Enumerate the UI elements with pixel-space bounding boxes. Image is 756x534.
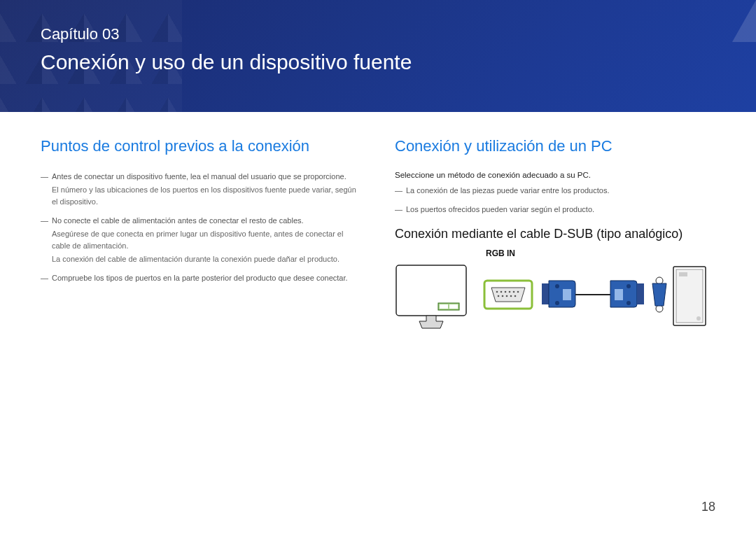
note-item: ― Los puertos ofrecidos pueden variar se…	[395, 204, 715, 216]
svg-point-17	[555, 284, 559, 288]
dash-icon: ―	[41, 215, 48, 227]
svg-rect-29	[679, 272, 687, 276]
pc-tower-icon	[673, 267, 706, 325]
pc-note-list: ― La conexión de las piezas puede variar…	[395, 185, 715, 216]
note-text: Compruebe los tipos de puertos en la par…	[52, 274, 348, 282]
chapter-header: Capítulo 03 Conexión y uso de un disposi…	[0, 0, 756, 112]
note-item: ― Antes de conectar un dispositivo fuent…	[41, 171, 361, 208]
section-heading-precheck: Puntos de control previos a la conexión	[41, 137, 361, 155]
section-heading-pc: Conexión y utilización de un PC	[395, 137, 715, 155]
svg-point-13	[506, 295, 508, 297]
dsub-diagram: RGB IN	[395, 248, 715, 341]
column-right: Conexión y utilización de un PC Seleccio…	[395, 137, 715, 341]
svg-point-15	[514, 295, 517, 297]
note-text: Los puertos ofrecidos pueden variar segú…	[406, 205, 594, 213]
dash-icon: ―	[41, 171, 48, 183]
note-subtext: Asegúrese de que conecta en primer lugar…	[52, 228, 361, 252]
intro-text: Seleccione un método de conexión adecuad…	[395, 171, 715, 179]
header-corner-fold	[732, 0, 756, 42]
svg-rect-3	[449, 304, 458, 309]
svg-rect-21	[637, 283, 644, 304]
port-label-rgb-in: RGB IN	[486, 248, 715, 258]
svg-point-7	[505, 291, 507, 293]
svg-point-18	[555, 301, 559, 305]
column-left: Puntos de control previos a la conexión …	[41, 137, 361, 341]
note-text: La conexión de las piezas puede variar e…	[406, 186, 609, 195]
precheck-note-list: ― Antes de conectar un dispositivo fuent…	[41, 171, 361, 284]
pc-dsub-port-icon	[652, 277, 666, 312]
svg-rect-19	[563, 289, 571, 300]
note-text: No conecte el cable de alimentación ante…	[52, 216, 304, 225]
dsub-port-icon	[484, 281, 532, 309]
svg-point-12	[502, 295, 504, 297]
vga-cable-icon	[542, 281, 644, 307]
dash-icon: ―	[395, 204, 402, 216]
chapter-label: Capítulo 03	[41, 25, 120, 43]
svg-point-22	[626, 284, 631, 288]
svg-rect-16	[542, 283, 549, 304]
svg-point-14	[510, 295, 512, 297]
note-item: ― La conexión de las piezas puede variar…	[395, 185, 715, 197]
dsub-connection-illustration	[395, 261, 717, 338]
svg-point-23	[626, 301, 631, 305]
svg-point-30	[696, 316, 701, 321]
note-item: ― Compruebe los tipos de puertos en la p…	[41, 272, 361, 284]
svg-point-9	[513, 291, 515, 293]
note-subtext: El número y las ubicaciones de los puert…	[52, 184, 361, 208]
monitor-icon	[396, 265, 466, 328]
svg-point-11	[498, 295, 500, 297]
svg-rect-24	[615, 289, 623, 300]
dash-icon: ―	[41, 272, 48, 284]
svg-rect-2	[440, 304, 448, 309]
svg-point-8	[509, 291, 511, 293]
dash-icon: ―	[395, 185, 402, 197]
chapter-title: Conexión y uso de un dispositivo fuente	[41, 50, 412, 74]
note-text: Antes de conectar un dispositivo fuente,…	[52, 172, 346, 181]
svg-point-5	[496, 291, 498, 293]
svg-rect-28	[676, 269, 703, 323]
svg-point-6	[500, 291, 503, 293]
svg-point-10	[517, 291, 519, 293]
note-item: ― No conecte el cable de alimentación an…	[41, 215, 361, 265]
subsection-heading-dsub: Conexión mediante el cable D-SUB (tipo a…	[395, 227, 715, 241]
note-subtext: La conexión del cable de alimentación du…	[52, 253, 361, 265]
page-number: 18	[701, 500, 715, 514]
